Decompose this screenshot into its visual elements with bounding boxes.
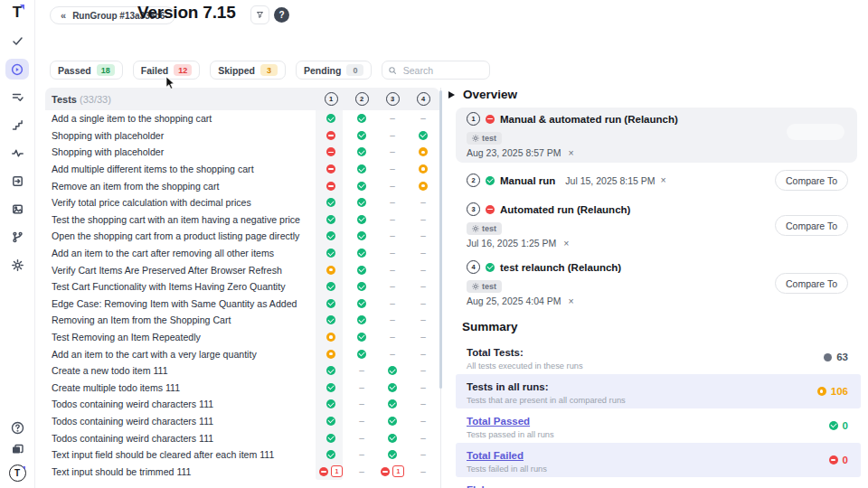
status-cell: – — [346, 417, 377, 426]
test-row[interactable]: Shopping with placeholder– — [45, 144, 439, 161]
status-cell — [346, 299, 377, 308]
passed-icon — [357, 231, 366, 240]
test-row[interactable]: Shopping with placeholder– — [45, 127, 439, 145]
chip-count-badge: 12 — [174, 64, 192, 76]
sidebar-item-runs[interactable] — [5, 59, 29, 80]
sidebar-item-branches[interactable] — [5, 227, 29, 248]
run-column-2[interactable]: 2 — [346, 92, 377, 106]
run-item[interactable]: 1Manual & automated run (Relaunch)test A… — [456, 108, 857, 163]
run-column-3[interactable]: 3 — [377, 92, 408, 106]
no-run-dash: – — [359, 366, 364, 375]
test-row[interactable]: Text input field should be cleared after… — [45, 446, 439, 464]
run-info: 3Automated run (Relaunch)test Jul 16, 20… — [467, 202, 630, 249]
summary-link[interactable]: Total Passed — [467, 416, 530, 427]
failed-icon — [486, 205, 495, 214]
test-name: Shopping with placeholder — [52, 130, 316, 141]
compare-to-button[interactable]: Compare To — [775, 273, 848, 294]
test-row[interactable]: Removing an Item from the Shopping Cart–… — [45, 312, 439, 329]
summary-link[interactable]: Flaky — [467, 484, 493, 488]
filter-button[interactable] — [250, 5, 269, 24]
no-run-dash: – — [390, 249, 395, 258]
test-row[interactable]: Create multiple todo items 111–– — [45, 380, 439, 397]
status-cell — [316, 417, 346, 426]
test-row[interactable]: Todos containing weird characters 111–– — [45, 429, 439, 446]
run-tag: test — [467, 132, 502, 145]
test-row[interactable]: Text input should be trimmed 1111–1– — [45, 463, 439, 480]
run-column-1[interactable]: 1 — [316, 92, 346, 106]
sidebar-item-import[interactable] — [5, 171, 29, 192]
account-avatar[interactable]: T — [9, 465, 26, 482]
sidebar-item-tests[interactable] — [5, 31, 29, 52]
status-cell — [346, 215, 377, 224]
remove-run-icon[interactable]: × — [569, 148, 574, 158]
run-column-4[interactable]: 4 — [408, 92, 439, 106]
search-input[interactable] — [401, 64, 484, 77]
test-row[interactable]: Add an item to the cart with a very larg… — [45, 345, 439, 362]
search-box[interactable] — [382, 61, 490, 80]
test-row[interactable]: Test the shopping cart with an item havi… — [45, 211, 439, 229]
app-logo[interactable]: T — [13, 5, 22, 20]
status-cell: – — [346, 450, 377, 459]
compare-to-button[interactable]: Compare To — [775, 170, 848, 191]
no-run-dash: – — [420, 266, 426, 275]
passed-icon — [326, 249, 335, 258]
help-circle-icon[interactable] — [11, 421, 24, 435]
run-item[interactable]: 3Automated run (Relaunch)test Jul 16, 20… — [456, 198, 857, 253]
summary-row: Total Tests: All tests executed in these… — [456, 340, 861, 374]
status-cell: – — [408, 315, 439, 324]
run-date: Aug 23, 2025 8:57 PM× — [467, 147, 678, 158]
summary-link[interactable]: Total Failed — [467, 450, 524, 461]
summary-text: Tests in all runs: Tests that are presen… — [467, 378, 626, 405]
test-row[interactable]: Open the shopping cart from a product li… — [45, 228, 439, 245]
test-row[interactable]: Add an item to the cart after removing a… — [45, 245, 439, 262]
remove-run-icon[interactable]: × — [563, 239, 569, 249]
run-number-icon: 1 — [467, 112, 480, 126]
test-row[interactable]: Todos containing weird characters 111–– — [45, 396, 439, 413]
compare-to-button[interactable]: Compare To — [775, 215, 848, 236]
test-row[interactable]: Verify total price calculation with deci… — [45, 194, 439, 211]
test-row[interactable]: Add multiple different items to the shop… — [45, 161, 439, 178]
sidebar-item-analytics[interactable] — [5, 143, 29, 164]
filter-chip-skipped[interactable]: Skipped 3 — [210, 61, 286, 80]
filter-chip-passed[interactable]: Passed 18 — [50, 61, 123, 80]
test-row[interactable]: Remove an item from the shopping cart– — [45, 177, 439, 194]
status-cell — [408, 147, 439, 156]
projects-icon[interactable] — [11, 443, 24, 456]
chip-count-badge: 0 — [346, 64, 363, 76]
pulse-icon — [12, 147, 24, 159]
sidebar-item-gallery[interactable] — [5, 199, 29, 220]
sidebar-item-steps[interactable] — [5, 115, 29, 136]
comment-badge[interactable]: 1 — [392, 465, 404, 477]
sidebar-item-test-plans[interactable] — [5, 87, 29, 108]
status-cell: – — [408, 399, 439, 408]
run-tag-label: test — [482, 224, 496, 233]
no-run-dash: – — [390, 315, 395, 324]
failed-icon — [319, 467, 328, 476]
filter-chip-failed[interactable]: Failed 12 — [133, 61, 200, 80]
run-number-icon: 3 — [467, 202, 480, 216]
run-item[interactable]: 4test relaunch (Relaunch)test Aug 25, 20… — [456, 256, 857, 311]
filter-chip-pending[interactable]: Pending 0 — [296, 61, 372, 80]
test-row[interactable]: Test Removing an Item Repeatedly–– — [45, 329, 439, 346]
comment-badge[interactable]: 1 — [331, 465, 343, 477]
remove-run-icon[interactable]: × — [661, 175, 666, 185]
status-cell: – — [346, 383, 377, 392]
sidebar-item-settings[interactable] — [5, 255, 29, 276]
no-run-dash: – — [420, 450, 426, 459]
help-button[interactable]: ? — [274, 7, 289, 23]
test-row[interactable]: Create a new todo item 111–– — [45, 362, 439, 380]
passed-icon — [357, 333, 366, 342]
test-row[interactable]: Todos containing weird characters 111–– — [45, 413, 439, 430]
remove-run-icon[interactable]: × — [569, 296, 574, 306]
test-row[interactable]: Verify Cart Items Are Preserved After Br… — [45, 261, 439, 278]
test-row[interactable]: Add a single item to the shopping cart–– — [45, 110, 439, 127]
run-item[interactable]: 2Manual runJul 15, 2025 8:15 PM×Compare … — [456, 165, 857, 195]
test-row[interactable]: Edge Case: Removing Item with Same Quant… — [45, 296, 439, 313]
failed-icon — [326, 131, 335, 140]
collapse-panel-icon[interactable] — [448, 91, 455, 99]
scrollbar-thumb[interactable] — [439, 90, 442, 389]
test-row[interactable]: Test Cart Functionality with Items Havin… — [45, 278, 439, 296]
no-run-dash: – — [359, 467, 364, 476]
status-cell — [346, 282, 377, 291]
test-name: Verify Cart Items Are Preserved After Br… — [52, 265, 316, 276]
